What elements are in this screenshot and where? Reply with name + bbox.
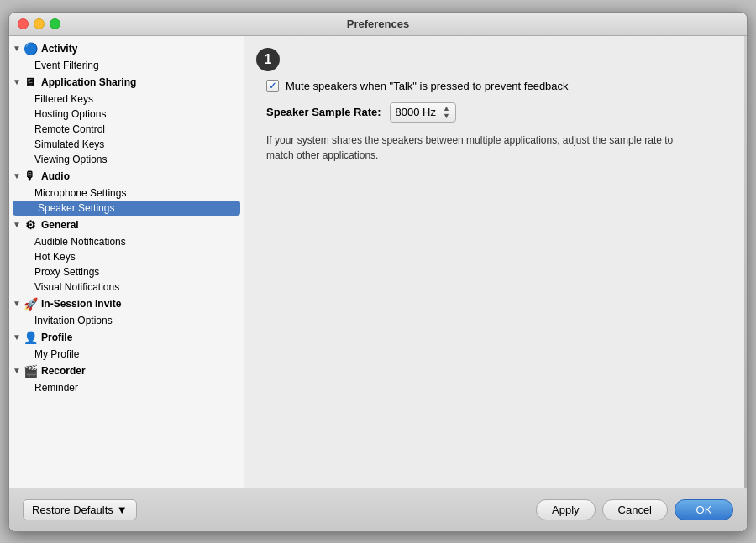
sidebar-label-speaker-settings: Speaker Settings	[38, 202, 114, 214]
sidebar-label-viewing-options: Viewing Options	[34, 154, 108, 165]
cancel-button[interactable]: Cancel	[602, 499, 668, 520]
sidebar[interactable]: ▼🔵ActivityEvent Filtering▼🖥Application S…	[9, 36, 244, 488]
apply-button[interactable]: Apply	[536, 499, 596, 520]
bottom-bar: Restore Defaults ▼ Apply Cancel OK	[9, 488, 747, 531]
sidebar-item-speaker-settings[interactable]: Speaker Settings	[13, 201, 240, 216]
ok-button[interactable]: OK	[675, 499, 733, 520]
sidebar-item-visual-notifications[interactable]: Visual Notifications	[9, 279, 244, 295]
general-icon: ⚙	[23, 217, 38, 232]
sidebar-label-activity: Activity	[41, 43, 77, 55]
expand-arrow-activity[interactable]: ▼	[13, 44, 21, 53]
sidebar-label-application-sharing: Application Sharing	[41, 76, 136, 88]
divider	[744, 36, 747, 488]
sidebar-item-microphone-settings[interactable]: Microphone Settings	[9, 185, 244, 201]
traffic-lights	[18, 18, 60, 29]
sidebar-label-reminder: Reminder	[34, 382, 78, 394]
maximize-button[interactable]	[50, 18, 60, 29]
sidebar-label-hosting-options: Hosting Options	[34, 108, 106, 120]
sidebar-label-audible-notifications: Audible Notifications	[34, 236, 126, 248]
sidebar-item-event-filtering[interactable]: Event Filtering	[9, 58, 244, 73]
sidebar-label-visual-notifications: Visual Notifications	[34, 281, 119, 293]
restore-defaults-label: Restore Defaults	[32, 504, 113, 516]
window-title: Preferences	[347, 18, 409, 30]
mute-row: Mute speakers when "Talk" is pressed to …	[266, 80, 733, 92]
stepper-arrows[interactable]: ▲ ▼	[443, 105, 450, 120]
sidebar-label-simulated-keys: Simulated Keys	[34, 138, 104, 150]
expand-arrow-in-session-invite[interactable]: ▼	[13, 299, 21, 308]
sample-rate-select[interactable]: 8000 Hz ▲ ▼	[390, 102, 456, 123]
application-sharing-icon: 🖥	[23, 75, 38, 90]
preferences-window: Preferences ▼🔵ActivityEvent Filtering▼🖥A…	[8, 12, 748, 532]
restore-arrow-icon: ▼	[117, 504, 128, 516]
sidebar-item-filtered-keys[interactable]: Filtered Keys	[9, 91, 244, 107]
sidebar-item-remote-control[interactable]: Remote Control	[9, 122, 244, 137]
recorder-icon: 🎬	[23, 363, 38, 379]
sidebar-item-activity[interactable]: ▼🔵Activity	[9, 39, 244, 58]
sidebar-item-hot-keys[interactable]: Hot Keys	[9, 249, 244, 264]
sidebar-label-event-filtering: Event Filtering	[34, 60, 99, 71]
sidebar-item-reminder[interactable]: Reminder	[9, 380, 244, 395]
sample-rate-row: Speaker Sample Rate: 8000 Hz ▲ ▼	[266, 102, 733, 123]
sidebar-item-hosting-options[interactable]: Hosting Options	[9, 107, 244, 122]
audio-icon: 🎙	[23, 169, 38, 184]
sidebar-item-audible-notifications[interactable]: Audible Notifications	[9, 234, 244, 249]
mute-checkbox-box[interactable]	[266, 80, 279, 92]
expand-arrow-profile[interactable]: ▼	[13, 332, 21, 342]
sidebar-label-hot-keys: Hot Keys	[34, 251, 76, 263]
main-panel: 1 Mute speakers when "Talk" is pressed t…	[244, 36, 747, 488]
sidebar-label-audio: Audio	[41, 170, 70, 182]
main-content: ▼🔵ActivityEvent Filtering▼🖥Application S…	[9, 36, 747, 488]
sidebar-item-general[interactable]: ▼⚙General	[9, 216, 244, 234]
sidebar-item-invitation-options[interactable]: Invitation Options	[9, 313, 244, 328]
stepper-down-arrow[interactable]: ▼	[443, 112, 450, 120]
close-button[interactable]	[18, 18, 29, 29]
sidebar-label-invitation-options: Invitation Options	[34, 315, 113, 326]
sidebar-label-profile: Profile	[41, 332, 72, 343]
mute-label: Mute speakers when "Talk" is pressed to …	[286, 80, 569, 92]
badge-number: 1	[256, 48, 280, 71]
sidebar-label-remote-control: Remote Control	[34, 123, 105, 135]
sidebar-label-filtered-keys: Filtered Keys	[34, 93, 93, 105]
activity-icon: 🔵	[23, 41, 38, 56]
expand-arrow-audio[interactable]: ▼	[13, 171, 21, 180]
profile-icon: 👤	[23, 330, 38, 345]
sidebar-item-profile[interactable]: ▼👤Profile	[9, 328, 244, 347]
sidebar-item-application-sharing[interactable]: ▼🖥Application Sharing	[9, 73, 244, 91]
sidebar-item-my-profile[interactable]: My Profile	[9, 347, 244, 362]
sample-rate-label: Speaker Sample Rate:	[266, 106, 381, 118]
expand-arrow-general[interactable]: ▼	[13, 220, 21, 229]
sidebar-label-recorder: Recorder	[41, 365, 86, 377]
titlebar: Preferences	[9, 13, 747, 36]
sidebar-item-simulated-keys[interactable]: Simulated Keys	[9, 137, 244, 152]
sidebar-label-my-profile: My Profile	[34, 348, 79, 360]
sidebar-label-in-session-invite: In-Session Invite	[41, 298, 121, 310]
sidebar-label-proxy-settings: Proxy Settings	[34, 266, 99, 278]
sidebar-label-microphone-settings: Microphone Settings	[34, 187, 126, 199]
sidebar-item-viewing-options[interactable]: Viewing Options	[9, 152, 244, 167]
expand-arrow-application-sharing[interactable]: ▼	[13, 77, 21, 86]
sidebar-item-recorder[interactable]: ▼🎬Recorder	[9, 362, 244, 380]
action-buttons: Apply Cancel OK	[536, 499, 733, 520]
sidebar-item-audio[interactable]: ▼🎙Audio	[9, 167, 244, 185]
sidebar-label-general: General	[41, 219, 79, 231]
minimize-button[interactable]	[34, 18, 45, 29]
sample-rate-value: 8000 Hz	[396, 106, 436, 118]
expand-arrow-recorder[interactable]: ▼	[13, 366, 21, 375]
sidebar-item-proxy-settings[interactable]: Proxy Settings	[9, 264, 244, 279]
in-session-invite-icon: 🚀	[23, 296, 38, 311]
description-text: If your system shares the speakers betwe…	[266, 133, 686, 163]
sidebar-item-in-session-invite[interactable]: ▼🚀In-Session Invite	[9, 295, 244, 313]
mute-checkbox[interactable]: Mute speakers when "Talk" is pressed to …	[266, 80, 569, 92]
restore-defaults-button[interactable]: Restore Defaults ▼	[23, 499, 137, 520]
